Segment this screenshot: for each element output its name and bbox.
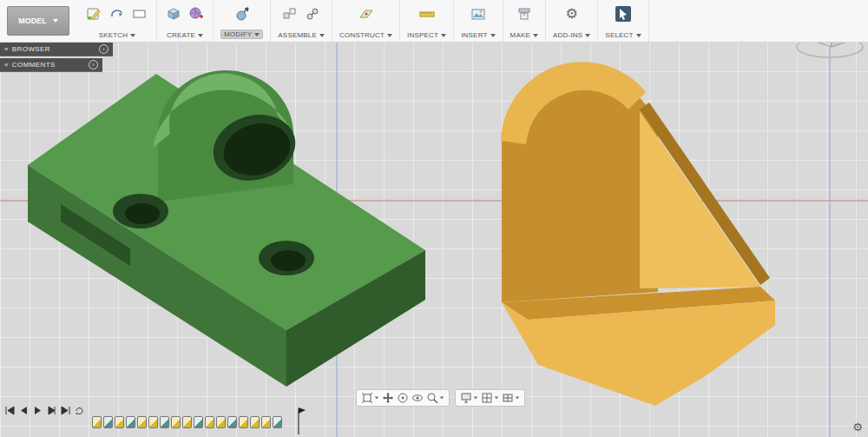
view-tools-bar bbox=[356, 389, 450, 407]
dropdown-caret-icon bbox=[636, 34, 641, 37]
toolbar-group-label: INSPECT bbox=[407, 31, 438, 39]
timeline-feature-sketch[interactable] bbox=[239, 416, 248, 428]
timeline-playback-controls bbox=[5, 406, 84, 415]
dropdown-caret-icon bbox=[474, 396, 478, 399]
workspace-switcher[interactable]: MODEL bbox=[7, 6, 69, 36]
timeline-feature-sketch[interactable] bbox=[182, 416, 192, 428]
timeline-feature-sketch[interactable] bbox=[205, 416, 214, 428]
toolbar-group-label: ASSEMBLE bbox=[278, 31, 317, 39]
dropdown-caret-icon bbox=[585, 34, 590, 37]
dropdown-caret-icon bbox=[490, 34, 496, 37]
fusion-window: MODEL SKETCH CREATE MODIFY bbox=[0, 0, 868, 437]
display-settings-bar bbox=[455, 389, 525, 407]
timeline-feature-sketch[interactable] bbox=[250, 416, 260, 428]
dropdown-caret-icon bbox=[375, 396, 379, 399]
toolbar-group-make[interactable]: MAKE bbox=[503, 0, 546, 42]
viewports-button[interactable] bbox=[502, 392, 520, 404]
toolbar-group-select[interactable]: SELECT bbox=[598, 0, 648, 42]
comments-panel-label: COMMENTS bbox=[12, 61, 56, 69]
new-component-icon[interactable] bbox=[280, 4, 299, 23]
go-to-start-button[interactable] bbox=[5, 406, 15, 415]
gear-icon[interactable]: ⚙ bbox=[852, 420, 863, 434]
zoom-button[interactable] bbox=[426, 392, 444, 404]
step-back-button[interactable] bbox=[19, 406, 29, 415]
timeline-feature-sketch[interactable] bbox=[171, 416, 181, 428]
browser-panel-label: BROWSER bbox=[12, 45, 50, 53]
dropdown-caret-icon bbox=[516, 396, 520, 399]
dropdown-caret-icon bbox=[198, 34, 203, 37]
toolbar-group-create[interactable]: CREATE bbox=[157, 0, 214, 42]
toolbar-group-sketch[interactable]: SKETCH bbox=[78, 0, 157, 42]
modify-label-highlight: MODIFY bbox=[220, 30, 263, 39]
timeline-feature-extrude[interactable] bbox=[194, 416, 203, 428]
new-body-icon[interactable] bbox=[164, 4, 183, 23]
dropdown-caret-icon bbox=[53, 19, 58, 23]
create-sketch-icon[interactable] bbox=[85, 4, 104, 23]
timeline-track bbox=[92, 416, 282, 428]
orbit-button[interactable] bbox=[397, 392, 409, 404]
display-settings-button[interactable] bbox=[460, 392, 478, 404]
toolbar-group-assemble[interactable]: ASSEMBLE bbox=[271, 0, 332, 42]
timeline-feature-extrude[interactable] bbox=[126, 416, 135, 428]
toolbar-group-label: SELECT bbox=[605, 31, 633, 39]
toolbar-group-construct[interactable]: CONSTRUCT bbox=[332, 0, 400, 42]
timeline-feature-extrude[interactable] bbox=[227, 416, 237, 428]
toolbar-group-label: CONSTRUCT bbox=[339, 31, 385, 39]
dropdown-caret-icon bbox=[495, 396, 499, 399]
toolbar-group-modify[interactable]: MODIFY bbox=[214, 0, 271, 42]
toolbar-group-insert[interactable]: INSERT bbox=[454, 0, 503, 42]
dropdown-caret-icon bbox=[319, 34, 325, 37]
press-pull-icon[interactable] bbox=[233, 4, 252, 23]
expand-panel-icon[interactable]: › bbox=[99, 44, 108, 54]
measure-icon[interactable] bbox=[418, 4, 437, 23]
comments-panel-bar[interactable]: « COMMENTS › bbox=[0, 58, 102, 72]
rectangle-icon[interactable] bbox=[130, 4, 149, 23]
toolbar-group-label: SKETCH bbox=[99, 31, 128, 39]
expand-panel-icon[interactable]: › bbox=[89, 60, 98, 70]
timeline-feature-sketch[interactable] bbox=[261, 416, 271, 428]
grid-and-snaps-button[interactable] bbox=[481, 392, 499, 404]
construction-plane-icon[interactable] bbox=[357, 4, 376, 23]
timeline-feature-extrude[interactable] bbox=[103, 416, 113, 428]
form-icon[interactable] bbox=[187, 4, 206, 23]
collapse-icon: « bbox=[4, 45, 9, 53]
insert-image-icon[interactable] bbox=[469, 4, 488, 23]
canvas[interactable] bbox=[0, 42, 868, 437]
play-button[interactable] bbox=[33, 406, 43, 415]
look-at-button[interactable] bbox=[411, 392, 424, 404]
dropdown-caret-icon bbox=[130, 34, 135, 37]
scripts-addins-icon[interactable]: ⚙ bbox=[562, 4, 582, 23]
toolbar-group-label: CREATE bbox=[167, 31, 195, 39]
workspace-label: MODEL bbox=[18, 17, 47, 25]
toolbar-group-label: MAKE bbox=[510, 31, 530, 39]
3d-print-icon[interactable] bbox=[515, 4, 534, 23]
toolbar-group-inspect[interactable]: INSPECT bbox=[400, 0, 454, 42]
dropdown-caret-icon bbox=[254, 33, 260, 36]
joint-icon[interactable] bbox=[303, 4, 322, 23]
project-icon[interactable] bbox=[108, 4, 127, 23]
step-forward-button[interactable] bbox=[47, 406, 56, 415]
go-to-end-button[interactable] bbox=[61, 406, 70, 415]
timeline-feature-sketch[interactable] bbox=[115, 416, 124, 428]
toolbar-group-label: MODIFY bbox=[224, 30, 252, 38]
timeline-feature-sketch[interactable] bbox=[137, 416, 147, 428]
pan-button[interactable] bbox=[382, 392, 394, 404]
fit-button[interactable] bbox=[361, 392, 379, 404]
dropdown-caret-icon bbox=[440, 396, 444, 399]
select-cursor-icon[interactable] bbox=[614, 4, 633, 23]
timeline-feature-extrude[interactable] bbox=[273, 416, 282, 428]
toolbar-group-label: ADD-INS bbox=[553, 31, 582, 39]
loop-button[interactable] bbox=[75, 406, 84, 415]
timeline-feature-sketch[interactable] bbox=[92, 416, 102, 428]
dropdown-caret-icon bbox=[441, 34, 446, 37]
dropdown-caret-icon bbox=[387, 34, 392, 37]
toolbar-group-addins[interactable]: ⚙ ADD-INS bbox=[546, 0, 598, 42]
toolbar-group-label: INSERT bbox=[461, 31, 487, 39]
timeline-feature-sketch[interactable] bbox=[216, 416, 226, 428]
timeline-feature-extrude[interactable] bbox=[160, 416, 169, 428]
timeline-playhead[interactable] bbox=[296, 407, 306, 436]
collapse-icon: « bbox=[4, 61, 9, 69]
dropdown-caret-icon bbox=[533, 34, 538, 37]
browser-panel-bar[interactable]: « BROWSER › bbox=[0, 43, 113, 56]
timeline-feature-sketch[interactable] bbox=[148, 416, 158, 428]
